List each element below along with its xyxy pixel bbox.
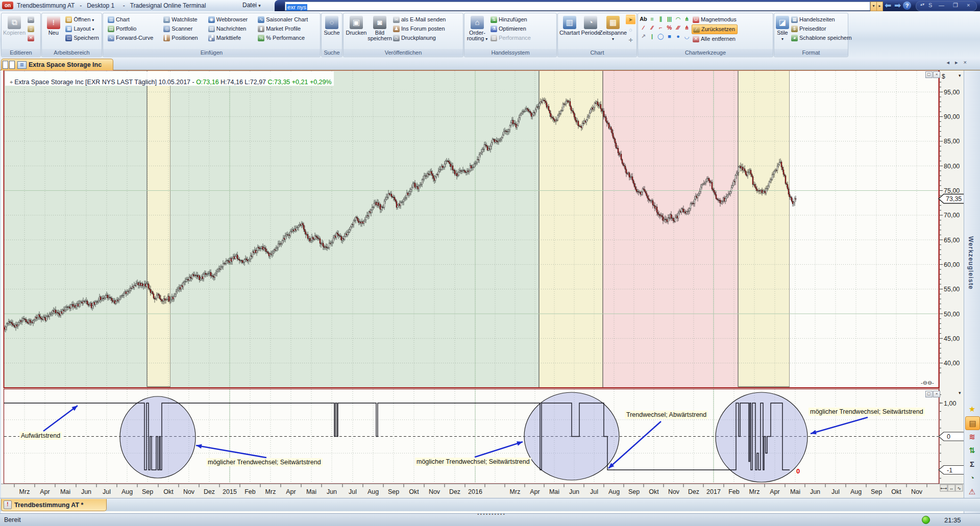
zoom-button[interactable]: ◌ — [626, 25, 635, 35]
favorites-icon[interactable]: ★ — [965, 403, 979, 415]
print-button[interactable]: ▣Drucken — [345, 15, 368, 37]
axis-tick-label: Mrz — [19, 488, 30, 495]
portfolio-button[interactable]: ▤Portfolio — [107, 24, 154, 33]
period-button[interactable]: ◔Periode — [581, 15, 601, 37]
search-button[interactable]: ◌Suche — [323, 15, 340, 37]
styles-button[interactable]: ◪Stile ▾ — [776, 15, 789, 43]
allocation-icon[interactable]: ◔ — [965, 471, 979, 484]
parallel-line-icon[interactable]: ∕∕ — [648, 23, 656, 32]
multi-lines-icon[interactable]: ≡ — [648, 15, 656, 23]
pane-divider-handle[interactable]: -⊖⊖- — [921, 380, 934, 386]
horizontal-line-icon[interactable]: ⌐ — [656, 23, 665, 32]
news-button[interactable]: ▧Nachrichten — [207, 24, 249, 33]
print-schedule-button[interactable]: ◷Druckplanung — [392, 34, 447, 42]
delete-button[interactable]: ✕ — [27, 34, 37, 42]
performance-button[interactable]: %% Performance — [257, 34, 309, 42]
add-button[interactable]: ⇅Hinzufügen — [489, 15, 532, 24]
feed-status-icon[interactable]: ▴▾ — [920, 2, 924, 7]
close-button[interactable]: × — [967, 2, 970, 8]
close-pane-icon[interactable]: × — [933, 71, 940, 78]
order-routing-icon: ⌂ — [471, 16, 484, 29]
gann-lines-icon[interactable]: ||| — [665, 15, 674, 23]
circle-icon[interactable]: ● — [674, 32, 682, 41]
maximize-pane-icon[interactable]: ▢ — [925, 391, 933, 397]
forward-curve-button[interactable]: ∿Forward-Curve — [107, 34, 154, 42]
webbrowser-button[interactable]: ◉Webbrowser — [207, 15, 249, 24]
trading-hours-button[interactable]: ▦Handelszeiten — [790, 15, 853, 24]
rectangle-icon[interactable]: ■ — [665, 32, 674, 41]
forum-button[interactable]: ♟Ins Forum posten — [392, 24, 447, 33]
remove-all-button[interactable]: ✕Alle entfernen — [692, 35, 738, 43]
ellipse-icon[interactable]: ◯ — [656, 32, 665, 41]
copy-button[interactable]: ⧉Kopieren — [3, 15, 26, 37]
seasonal-chart-icon: ∿ — [258, 16, 264, 23]
help-button[interactable]: ? — [903, 2, 911, 10]
menu-datei[interactable]: Datei ▾ — [238, 1, 265, 10]
new-workspace-button[interactable]: !Neu — [43, 15, 63, 37]
ribbon-group-chartwerkzeuge: Ab≡∥|||◠⋔∕∕∕⌐%∕∕∕⋔↗|◯■●◡UMagnetmodus∕Zur… — [638, 13, 773, 57]
statistics-icon[interactable]: Σ — [965, 458, 979, 470]
tab-trendbestimmung[interactable]: ! Trendbestimmung AT * — [1, 499, 107, 511]
back-button[interactable]: ⬅ — [885, 1, 891, 10]
scanner-icon: ◎ — [163, 26, 170, 32]
remove-all-icon: ✕ — [693, 36, 699, 42]
seasonal-chart-button[interactable]: ∿Saisonaler Chart — [257, 15, 309, 24]
drag-handle-dots[interactable]: .......... — [456, 509, 527, 516]
chart-type-button[interactable]: ▥Chartart — [559, 15, 580, 37]
axis-tick-label: 0 — [947, 433, 950, 440]
reset-button[interactable]: ∕Zurücksetzen — [692, 24, 738, 34]
paste-button[interactable]: ▯ — [27, 24, 37, 33]
retracement-icon[interactable]: % — [665, 23, 674, 32]
pointer-arrow-icon[interactable]: ↗ — [639, 32, 648, 41]
tab-scroll-controls[interactable]: ◂ ▸ × — [946, 59, 969, 66]
quotes-icon[interactable]: ≋ — [965, 430, 979, 443]
arc-down-icon[interactable]: ◡ — [682, 32, 691, 41]
alerts-icon[interactable]: ⚠ — [965, 485, 979, 498]
watchlist-button[interactable]: ≣Watchliste — [162, 15, 199, 24]
forward-button[interactable]: ➡ — [894, 1, 901, 10]
magnet-button[interactable]: UMagnetmodus — [692, 15, 738, 24]
print-icon: ▣ — [350, 16, 363, 29]
market-profile-button[interactable]: ▮Market Profile — [257, 24, 309, 33]
fan-icon[interactable]: ∕∕∕ — [674, 23, 682, 32]
timespan-button[interactable]: ▦Zeitspanne ▾ — [602, 15, 624, 43]
positions-button[interactable]: ▍Positionen — [162, 34, 199, 42]
email-button[interactable]: ✉als E-Mail senden — [392, 15, 447, 24]
layout-button[interactable]: ▦Layout ▾ — [64, 24, 100, 33]
axis-menu-icon[interactable]: ▾ — [959, 390, 961, 395]
order-routing-button[interactable]: ⌂Order-routing ▾ — [466, 15, 488, 43]
camera-button[interactable]: ◙Bild speichern — [369, 15, 391, 42]
minimize-button[interactable]: — — [939, 2, 944, 8]
cut-button[interactable]: ✂ — [27, 15, 37, 24]
save-button[interactable]: ◫Speichern — [64, 34, 100, 42]
arc-icon[interactable]: ◠ — [674, 15, 682, 23]
maximize-pane-icon[interactable]: ▢ — [925, 71, 933, 78]
crosshair-button[interactable]: ✛ — [626, 35, 635, 45]
performance-report-button[interactable]: ▥Performance — [489, 34, 532, 42]
close-pane-icon[interactable]: × — [933, 391, 940, 397]
save-template-button[interactable]: ◕Schablone speichern — [790, 34, 853, 42]
news-panel-icon[interactable]: ▤ — [965, 416, 980, 430]
chart-button[interactable]: ▥Chart — [107, 15, 154, 24]
axis-menu-icon[interactable]: ▾ — [959, 73, 961, 78]
search-go-button[interactable]: ▸ — [876, 2, 883, 11]
symbol-search-input[interactable]: exr nys — [285, 2, 870, 11]
optimize-button[interactable]: ⚗Optimieren — [489, 24, 532, 33]
vertical-line-icon[interactable]: | — [648, 32, 656, 41]
market-depth-button[interactable]: ▞Markttiefe — [207, 34, 249, 42]
pitchfork-red-icon[interactable]: ⋔ — [682, 23, 691, 32]
tab-extra-space-storage[interactable]: ▥ Extra Space Storage Inc — [1, 59, 113, 70]
open-folder-button[interactable]: ▨Öffnen ▾ — [64, 15, 100, 24]
axis-tick-label: Sep — [871, 488, 882, 495]
axis-tick-label: Feb — [244, 488, 256, 495]
restore-button[interactable]: ❐ — [953, 2, 958, 9]
scanner-button[interactable]: ◎Scanner — [162, 24, 199, 33]
price-editor-button[interactable]: $Preiseditor — [790, 24, 853, 33]
text-tool-icon[interactable]: Ab — [639, 15, 648, 23]
channel-icon[interactable]: ∥ — [656, 15, 665, 23]
cursor-button[interactable]: ➤ — [626, 15, 635, 24]
orders-icon[interactable]: ⇅ — [965, 444, 979, 457]
trendline-icon[interactable]: ∕ — [639, 23, 648, 32]
pitchfork-icon[interactable]: ⋔ — [682, 15, 691, 23]
axis-tick-label: Mrz — [510, 488, 521, 495]
